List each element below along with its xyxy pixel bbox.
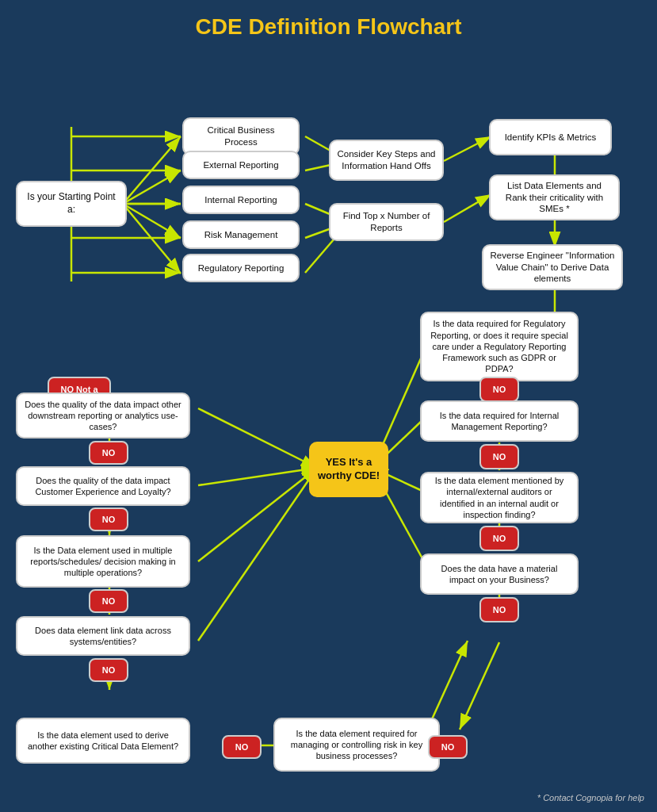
derive-cde-box: Is the data element used to derive anoth… <box>16 718 190 764</box>
no-multiple-badge: NO <box>89 589 128 613</box>
svg-line-1 <box>123 136 181 204</box>
yes-worthy-cde-box: YES It's a worthy CDE! <box>309 442 388 497</box>
svg-line-34 <box>198 468 317 561</box>
svg-line-35 <box>198 468 317 641</box>
svg-line-19 <box>444 194 491 222</box>
risk-management-box: Risk Management <box>182 220 300 249</box>
list-data-elements-box: List Data Elements and Rank their critic… <box>489 174 620 220</box>
critical-business-box: Critical Business Process <box>182 117 300 155</box>
internal-mgmt-box: Is the data required for Internal Manage… <box>420 400 579 442</box>
svg-line-2 <box>123 170 181 204</box>
downstream-check-box: Does the quality of the data impact othe… <box>16 393 190 439</box>
svg-line-43 <box>460 642 499 730</box>
no-material-badge: NO <box>479 597 519 622</box>
svg-line-32 <box>198 408 317 468</box>
external-reporting-box: External Reporting <box>182 151 300 179</box>
no-customer-badge: NO <box>89 508 128 531</box>
svg-line-5 <box>123 204 181 274</box>
customer-exp-box: Does the quality of the data impact Cust… <box>16 466 190 506</box>
page-title: CDE Definition Flowchart <box>0 0 657 48</box>
auditors-check-box: Is the data element mentioned by interna… <box>420 472 579 523</box>
internal-reporting-box: Internal Reporting <box>182 186 300 214</box>
risk-business-box: Is the data element required for managin… <box>273 718 440 772</box>
svg-line-18 <box>444 136 491 161</box>
no-auditors-badge: NO <box>479 526 519 551</box>
regulatory-reporting-box: Regulatory Reporting <box>182 254 300 282</box>
starting-point-box: Is your Starting Point a: <box>16 181 127 227</box>
no-link-badge: NO <box>89 658 128 682</box>
identify-kpis-box: Identify KPIs & Metrics <box>489 119 612 155</box>
consider-key-steps-box: Consider Key Steps and Information Hand … <box>329 140 444 181</box>
no-downstream-badge: NO <box>89 441 128 465</box>
no-internal-badge: NO <box>479 444 519 469</box>
multiple-reports-box: Is the Data element used in multiple rep… <box>16 535 190 588</box>
svg-line-4 <box>123 204 181 238</box>
link-data-box: Does data element link data across syste… <box>16 616 190 656</box>
no-risk-badge: NO <box>428 735 468 759</box>
material-impact-box: Does the data have a material impact on … <box>420 553 579 595</box>
find-top-x-box: Find Top x Number of Reports <box>329 203 444 241</box>
footnote: * Contact Cognopia for help <box>537 793 644 802</box>
svg-line-33 <box>198 468 317 485</box>
no-derive-badge: NO <box>222 735 262 759</box>
reverse-engineer-box: Reverse Engineer "Information Value Chai… <box>482 244 623 290</box>
regulatory-check-box: Is the data required for Regulatory Repo… <box>420 312 579 381</box>
no-regulatory-badge: NO <box>479 377 519 402</box>
